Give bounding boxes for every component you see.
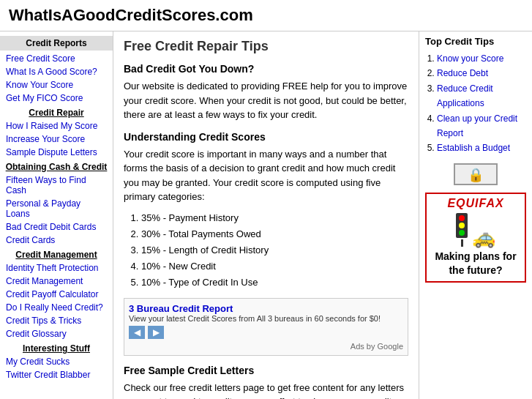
tl-red-circle [459, 215, 465, 221]
score-item-4: 10% - New Credit [141, 258, 408, 275]
section3-text: Check our free credit letters page to ge… [124, 381, 408, 399]
score-list: 35% - Payment History 30% - Total Paymen… [141, 210, 408, 291]
sidebar-link-get-fico[interactable]: Get My FICO Score [0, 92, 113, 105]
ad-box: 3 Bureau Credit Report View your latest … [124, 298, 408, 356]
sidebar-link-how-raised[interactable]: How I Raised My Score [0, 119, 113, 133]
section1-text: Our website is dedicated to providing FR… [124, 79, 408, 122]
sidebar-link-free-credit-score[interactable]: Free Credit Score [0, 52, 113, 65]
tip-item-3: Reduce Credit Applications [437, 81, 526, 111]
section2-title: Understanding Credit Scores [124, 131, 408, 143]
sidebar-link-know-your-score[interactable]: Know Your Score [0, 78, 113, 92]
tl-pole [461, 239, 463, 247]
top-tips-heading: Top Credit Tips [425, 36, 526, 47]
sidebar-link-need-credit[interactable]: Do I Really Need Credit? [0, 301, 113, 314]
sidebar-link-twitter-blabber[interactable]: Twitter Credit Blabber [0, 368, 113, 381]
sidebar-link-credit-glossary[interactable]: Credit Glossary [0, 327, 113, 340]
sidebar-link-credit-cards[interactable]: Credit Cards [0, 234, 113, 247]
ad-nav: ◀ ▶ [129, 326, 403, 339]
score-item-3: 15% - Length of Credit History [141, 242, 408, 258]
sidebar-link-identity-theft[interactable]: Identity Theft Protection [0, 261, 113, 275]
sidebar-section-obtaining-cash: Obtaining Cash & Credit [0, 159, 113, 174]
tip-link-4[interactable]: Clean up your Credit Report [437, 113, 517, 138]
traffic-light-body [456, 213, 468, 238]
sidebar-link-credit-management[interactable]: Credit Management [0, 275, 113, 288]
ad-subtitle: View your latest Credit Scores from All … [129, 314, 403, 323]
section1-title: Bad Credit Got You Down? [124, 63, 408, 75]
sidebar-link-sample-dispute[interactable]: Sample Dispute Letters [0, 146, 113, 159]
traffic-light-icon [456, 213, 468, 247]
tip-link-5[interactable]: Establish a Budget [437, 143, 510, 153]
sidebar-link-fifteen-ways[interactable]: Fifteen Ways to Find Cash [0, 174, 113, 197]
sidebar-link-what-is-good-score[interactable]: What Is A Good Score? [0, 65, 113, 78]
tip-item-1: Know your Score [437, 51, 526, 66]
tip-link-2[interactable]: Reduce Debt [437, 68, 488, 78]
tips-list: Know your Score Reduce Debt Reduce Credi… [437, 51, 526, 156]
sidebar-link-payoff-calculator[interactable]: Credit Payoff Calculator [0, 288, 113, 301]
sidebar-link-credit-sucks[interactable]: My Credit Sucks [0, 355, 113, 368]
equifax-icons: 🚕 [430, 213, 522, 247]
sidebar-section-credit-reports: Credit Reports [0, 36, 113, 51]
equifax-ad: EQUIFAX 🚕 Making plans for the future? [425, 193, 526, 283]
taxi-icon: 🚕 [472, 228, 495, 247]
sidebar-section-credit-management: Credit Management [0, 247, 113, 261]
tip-item-5: Establish a Budget [437, 141, 526, 155]
score-item-2: 30% - Total Payments Owed [141, 226, 408, 242]
sidebar-link-credit-tips[interactable]: Credit Tips & Tricks [0, 314, 113, 327]
sidebar-link-bad-credit-debit[interactable]: Bad Credit Debit Cards [0, 220, 113, 234]
ad-link[interactable]: 3 Bureau Credit Report [129, 303, 233, 314]
tip-link-1[interactable]: Know your Score [437, 53, 503, 64]
tip-link-3[interactable]: Reduce Credit Applications [437, 83, 493, 108]
ad-next-button[interactable]: ▶ [148, 326, 164, 339]
tip-item-2: Reduce Debt [437, 66, 526, 81]
equifax-logo: EQUIFAX [430, 197, 522, 210]
sidebar-section-credit-repair: Credit Repair [0, 105, 113, 119]
tip-item-4: Clean up your Credit Report [437, 111, 526, 141]
score-item-5: 10% - Type of Credit In Use [141, 275, 408, 291]
sidebar-link-increase-score[interactable]: Increase Your Score [0, 133, 113, 146]
ad-google-label: Ads by Google [129, 342, 403, 351]
section3-title: Free Sample Credit Letters [124, 365, 408, 376]
tl-yellow-circle [459, 223, 465, 228]
page-header: WhatIsAGoodCreditScores.com [0, 0, 532, 31]
sidebar-link-payday-loans[interactable]: Personal & Payday Loans [0, 197, 113, 220]
ad-prev-button[interactable]: ◀ [129, 326, 145, 339]
lock-icon-button[interactable]: 🔒 [454, 163, 498, 185]
main-content: Free Credit Repair Tips Bad Credit Got Y… [113, 31, 419, 399]
sidebar-section-interesting-stuff: Interesting Stuff [0, 340, 113, 355]
right-sidebar: Top Credit Tips Know your Score Reduce D… [419, 31, 532, 399]
tl-green-circle [459, 230, 465, 236]
left-sidebar: Credit Reports Free Credit Score What Is… [0, 31, 113, 399]
equifax-tagline: Making plans for the future? [430, 250, 522, 278]
site-title: WhatIsAGoodCreditScores.com [9, 6, 523, 25]
score-item-1: 35% - Payment History [141, 210, 408, 226]
main-heading: Free Credit Repair Tips [124, 39, 408, 54]
section2-text: Your credit score is important in many w… [124, 147, 408, 204]
